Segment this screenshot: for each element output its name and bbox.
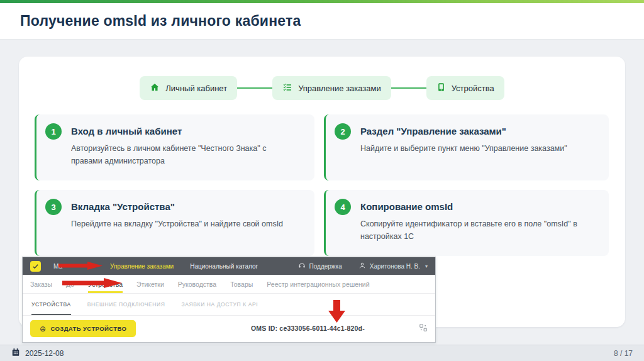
headset-icon	[298, 262, 306, 270]
topbar-menu-order-management[interactable]: Управление заказами	[110, 263, 174, 270]
flow-connector	[237, 87, 272, 89]
embedded-app-screenshot: Ма Управление заказами Национальный ката…	[22, 257, 436, 343]
step-number-badge: 4	[335, 199, 351, 215]
device-icon	[436, 82, 446, 94]
oms-id-value: OMS ID: ce333056-6011-44c1-820d-	[251, 325, 365, 332]
flow-badge-order-management: Управление заказами	[272, 76, 391, 100]
create-device-button[interactable]: ⊕ СОЗДАТЬ УСТРОЙСТВО	[30, 320, 136, 337]
flow-badge-label: Устройства	[452, 84, 494, 93]
slide-header: Получение omsId из личного кабинета	[0, 3, 644, 40]
step-card-devices-tab: 3 Вкладка "Устройства" Перейдите на вкла…	[35, 190, 314, 256]
subtab-external-connections[interactable]: ВНЕШНИЕ ПОДКЛЮЧЕНИЯ	[87, 294, 165, 315]
flow-badge-personal-cabinet: Личный кабинет	[140, 76, 237, 100]
page-title: Получение omsId из личного кабинета	[20, 13, 301, 30]
annotation-arrow-right-orders	[58, 262, 103, 270]
step-card-description: Найдите и выберите пункт меню "Управлени…	[360, 142, 594, 155]
flow-badge-devices: Устройства	[426, 76, 504, 100]
annotation-arrow-down-omsid	[328, 300, 345, 323]
step-card-login: 1 Вход в личный кабинет Авторизуйтесь в …	[35, 114, 314, 181]
subtab-devices[interactable]: УСТРОЙСТВА	[31, 294, 71, 315]
topbar-menu-national-catalog[interactable]: Национальный каталог	[190, 263, 258, 270]
tab-orders[interactable]: Заказы	[30, 275, 52, 293]
topbar-user-menu[interactable]: Харитонова Н. В.	[370, 263, 420, 270]
flow-badge-label: Личный кабинет	[165, 84, 227, 93]
view-settings-icon[interactable]	[419, 323, 428, 335]
plus-circle-icon: ⊕	[40, 325, 46, 333]
step-number-badge: 3	[45, 199, 62, 215]
flow-connector	[391, 87, 426, 89]
step-number-badge: 1	[45, 123, 62, 140]
tab-guides[interactable]: Руководства	[178, 275, 216, 293]
user-icon	[358, 262, 366, 270]
home-icon	[150, 82, 160, 94]
calendar-icon	[11, 348, 20, 358]
footer-date: 2025-12-08	[25, 349, 64, 358]
chestny-znak-logo-icon	[30, 261, 41, 272]
step-card-copy-omsid: 4 Копирование omsId Скопируйте идентифик…	[324, 190, 609, 256]
step-flow: Личный кабинет Управление заказами	[19, 76, 625, 100]
tab-integration-registry[interactable]: Реестр интеграционных решений	[267, 275, 369, 293]
step-card-title: Копирование omsId	[360, 201, 453, 212]
step-card-description: Перейдите на вкладку "Устройства" и найд…	[71, 218, 299, 230]
slide-footer: 2025-12-08 8 / 17	[0, 345, 644, 361]
slide: Получение omsId из личного кабинета Личн…	[0, 0, 644, 361]
create-device-button-label: СОЗДАТЬ УСТРОЙСТВО	[50, 325, 126, 332]
subtab-api-access-requests[interactable]: ЗАЯВКИ НА ДОСТУП К API	[182, 294, 258, 315]
step-card-title: Раздел "Управление заказами"	[360, 126, 506, 136]
step-card-description: Скопируйте идентификатор и вставьте его …	[360, 218, 594, 243]
flow-badge-label: Управление заказами	[298, 84, 381, 93]
step-card-title: Вход в личный кабинет	[71, 126, 182, 136]
step-card-description: Авторизуйтесь в личном кабинете "Честног…	[71, 142, 299, 167]
topbar-support-link[interactable]: Поддержка	[309, 263, 342, 270]
step-number-badge: 2	[335, 123, 351, 140]
page-number: 8 / 17	[614, 349, 633, 358]
caret-down-icon[interactable]: ▾	[425, 264, 428, 269]
tab-labels[interactable]: Этикетки	[136, 275, 164, 293]
tab-products[interactable]: Товары	[230, 275, 253, 293]
step-card-orders-section: 2 Раздел "Управление заказами" Найдите и…	[324, 114, 609, 181]
app-content-row: ⊕ СОЗДАТЬ УСТРОЙСТВО OMS ID: ce333056-60…	[23, 316, 435, 342]
step-card-title: Вкладка "Устройства"	[71, 201, 175, 212]
app-subtabs: УСТРОЙСТВА ВНЕШНИЕ ПОДКЛЮЧЕНИЯ ЗАЯВКИ НА…	[23, 294, 435, 316]
annotation-arrow-right-devices-tab	[62, 278, 122, 288]
checklist-icon	[282, 82, 292, 94]
